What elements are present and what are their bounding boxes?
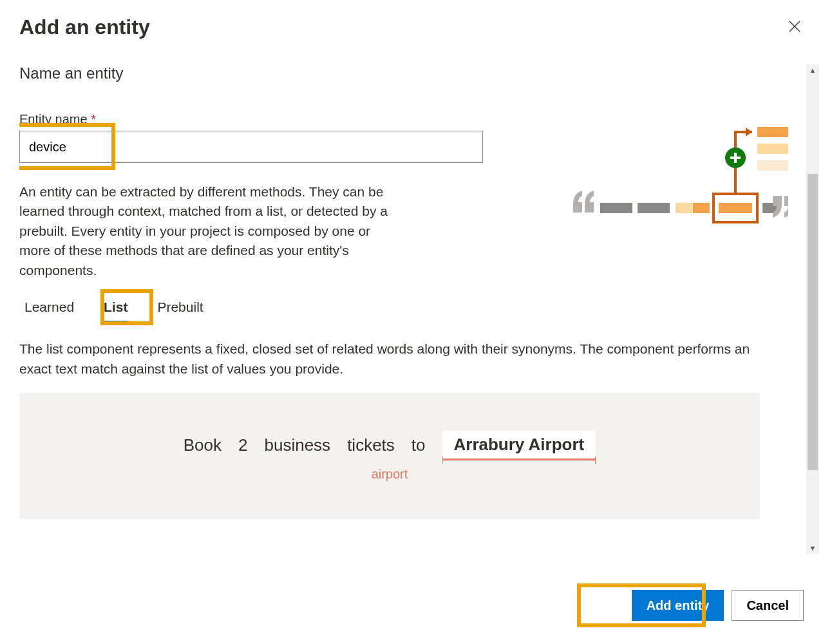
cancel-button[interactable]: Cancel (732, 590, 804, 621)
example-word: business (265, 435, 331, 455)
description-row: An entity can be extracted by different … (19, 182, 788, 296)
example-utterance: Book 2 business tickets to Arrabury Airp… (184, 431, 596, 460)
close-icon (788, 20, 801, 33)
tab-prebuilt[interactable]: Prebuilt (152, 296, 208, 321)
quote-open-icon (573, 191, 594, 213)
close-button[interactable] (786, 17, 804, 38)
svg-rect-15 (757, 160, 788, 171)
tab-list[interactable]: List (99, 296, 133, 321)
svg-rect-5 (693, 203, 710, 213)
entity-illustration (563, 124, 788, 234)
svg-rect-4 (676, 203, 692, 213)
list-tab-description: The list component represents a fixed, c… (19, 339, 753, 379)
example-entity: Arrabury Airport (442, 431, 596, 460)
entity-method-tabs: Learned List Prebuilt (19, 296, 788, 321)
example-word: Book (184, 435, 222, 455)
example-word: 2 (238, 435, 247, 455)
example-word: to (412, 435, 426, 455)
scrollbar-thumb[interactable] (808, 174, 818, 470)
scroll-down-icon[interactable]: ▼ (806, 542, 819, 554)
scroll-region: Name an entity Entity name * An entity c… (19, 64, 819, 554)
entity-description: An entity can be extracted by different … (19, 182, 393, 280)
scroll-up-icon[interactable]: ▲ (806, 64, 819, 76)
dialog-body: Name an entity Entity name * An entity c… (19, 64, 819, 554)
svg-rect-7 (719, 203, 752, 213)
svg-rect-13 (757, 127, 788, 137)
example-word: tickets (347, 435, 395, 455)
svg-rect-2 (600, 203, 632, 213)
dialog-add-entity: Add an entity Name an entity Entity name… (0, 0, 823, 644)
svg-rect-3 (638, 203, 670, 213)
tab-learned[interactable]: Learned (19, 296, 79, 321)
add-entity-button[interactable]: Add entity (632, 590, 724, 621)
example-entity-label: airport (372, 467, 408, 482)
section-title: Name an entity (19, 64, 788, 82)
required-asterisk: * (91, 112, 96, 126)
dialog-title: Add an entity (19, 15, 150, 39)
scrollbar[interactable]: ▲ ▼ (806, 64, 819, 554)
svg-rect-14 (757, 144, 788, 154)
dialog-footer: Add entity Cancel (19, 590, 804, 621)
entity-name-input[interactable] (19, 131, 483, 163)
plus-circle-icon (725, 147, 746, 168)
dialog-header: Add an entity (19, 15, 804, 39)
example-utterance-box: Book 2 business tickets to Arrabury Airp… (19, 393, 760, 519)
example-entity-text: Arrabury Airport (454, 435, 585, 455)
